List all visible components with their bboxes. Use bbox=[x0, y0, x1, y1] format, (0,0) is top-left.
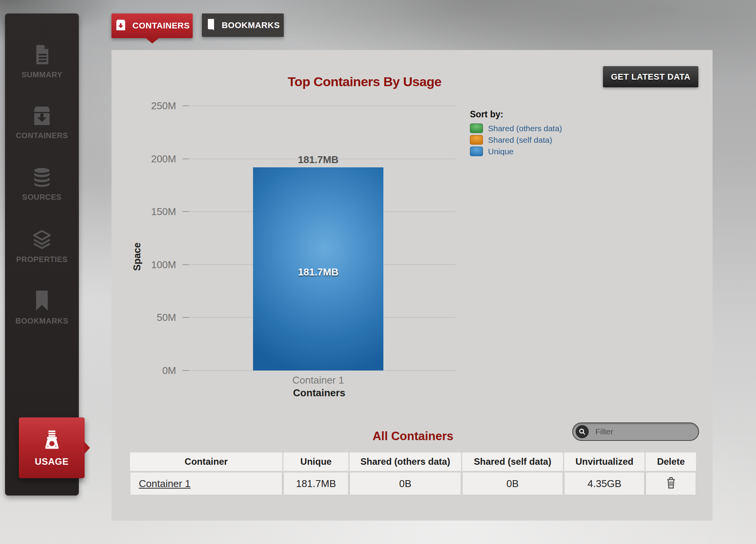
sidebar-item-containers[interactable]: CONTAINERS bbox=[5, 106, 79, 140]
tab-containers[interactable]: CONTAINERS bbox=[112, 13, 193, 38]
chart-legend: Sort by: Shared (others data) Shared (se… bbox=[470, 109, 562, 158]
sidebar-item-label: CONTAINERS bbox=[16, 131, 68, 140]
containers-table: Container Unique Shared (others data) Sh… bbox=[129, 451, 697, 496]
col-header-shared-self[interactable]: Shared (self data) bbox=[462, 452, 563, 471]
gridline bbox=[183, 105, 456, 106]
legend-label: Shared (others data) bbox=[488, 124, 562, 133]
sidebar-item-sources[interactable]: SOURCES bbox=[5, 167, 79, 202]
app-root: { "tabs": { "containers": "CONTAINERS", … bbox=[0, 0, 756, 544]
col-header-container[interactable]: Container bbox=[130, 452, 282, 471]
y-tick-label: 200M bbox=[123, 153, 176, 165]
sidebar-item-label: BOOKMARKS bbox=[15, 317, 68, 325]
archive-box-icon bbox=[31, 106, 53, 126]
containers-tab-icon bbox=[115, 19, 127, 32]
sidebar: SUMMARY CONTAINERS SOURCES PROPERTIES BO… bbox=[5, 13, 79, 496]
col-header-shared-others[interactable]: Shared (others data) bbox=[350, 452, 461, 471]
scale-weight-icon bbox=[41, 429, 63, 452]
bar-inner-value-label: 181.7MB bbox=[253, 266, 383, 278]
table-header-row: Container Unique Shared (others data) Sh… bbox=[130, 452, 696, 471]
legend-item-shared-others[interactable]: Shared (others data) bbox=[470, 123, 562, 133]
col-header-unique[interactable]: Unique bbox=[283, 452, 348, 471]
search-icon bbox=[576, 425, 589, 438]
col-header-unvirtualized[interactable]: Unvirtualized bbox=[564, 452, 644, 471]
cell-shared-self: 0B bbox=[462, 472, 563, 495]
x-axis-label: Containers bbox=[183, 387, 456, 399]
y-tick-label: 0M bbox=[123, 364, 176, 377]
filter-field bbox=[572, 422, 699, 441]
database-icon bbox=[32, 167, 52, 187]
chart-title: Top Containers By Usage bbox=[230, 74, 499, 89]
sidebar-item-usage-active[interactable]: USAGE bbox=[19, 417, 85, 478]
legend-item-unique[interactable]: Unique bbox=[470, 147, 562, 156]
x-category-label: Container 1 bbox=[253, 374, 383, 386]
y-tick-label: 50M bbox=[123, 311, 176, 324]
legend-label: Unique bbox=[488, 147, 514, 156]
filter-input[interactable] bbox=[572, 422, 699, 441]
cell-delete bbox=[646, 472, 696, 495]
tab-label: CONTAINERS bbox=[133, 21, 190, 31]
y-tick-label: 100M bbox=[123, 259, 176, 271]
container-link[interactable]: Container 1 bbox=[139, 478, 190, 489]
sidebar-item-summary[interactable]: SUMMARY bbox=[5, 44, 79, 79]
bookmark-icon bbox=[33, 290, 50, 311]
legend-title: Sort by: bbox=[470, 109, 562, 120]
layers-icon bbox=[32, 229, 52, 250]
sidebar-item-label: SUMMARY bbox=[22, 70, 62, 79]
cell-shared-others: 0B bbox=[350, 472, 461, 495]
sidebar-item-properties[interactable]: PROPERTIES bbox=[5, 229, 79, 264]
sidebar-item-label: USAGE bbox=[35, 456, 69, 467]
usage-panel: Top Containers By Usage GET LATEST DATA … bbox=[112, 50, 713, 521]
legend-swatch-orange bbox=[470, 135, 483, 145]
legend-swatch-blue bbox=[470, 147, 483, 156]
sidebar-item-bookmarks[interactable]: BOOKMARKS bbox=[5, 290, 79, 325]
legend-swatch-green bbox=[470, 123, 483, 133]
y-axis-label: Space bbox=[132, 224, 143, 289]
table-row: Container 1 181.7MB 0B 0B 4.35GB bbox=[130, 472, 696, 495]
bookmarks-tab-icon bbox=[206, 18, 216, 32]
sidebar-item-label: PROPERTIES bbox=[16, 255, 68, 264]
trash-icon bbox=[666, 484, 676, 490]
document-icon bbox=[32, 44, 52, 65]
legend-label: Shared (self data) bbox=[488, 135, 552, 145]
cell-unvirtualized: 4.35GB bbox=[564, 472, 644, 495]
get-latest-data-button[interactable]: GET LATEST DATA bbox=[603, 66, 698, 87]
tab-label: BOOKMARKS bbox=[221, 20, 280, 30]
cell-unique: 181.7MB bbox=[283, 472, 348, 495]
cell-container-name: Container 1 bbox=[130, 472, 282, 495]
y-tick-label: 150M bbox=[123, 205, 176, 218]
tab-bookmarks[interactable]: BOOKMARKS bbox=[202, 13, 284, 37]
y-tick-label: 250M bbox=[123, 100, 176, 112]
delete-container-button[interactable] bbox=[663, 476, 679, 491]
legend-item-shared-self[interactable]: Shared (self data) bbox=[470, 135, 562, 145]
col-header-delete: Delete bbox=[646, 452, 696, 471]
bar-top-value-label: 181.7MB bbox=[253, 154, 383, 166]
sidebar-item-label: SOURCES bbox=[22, 193, 62, 202]
